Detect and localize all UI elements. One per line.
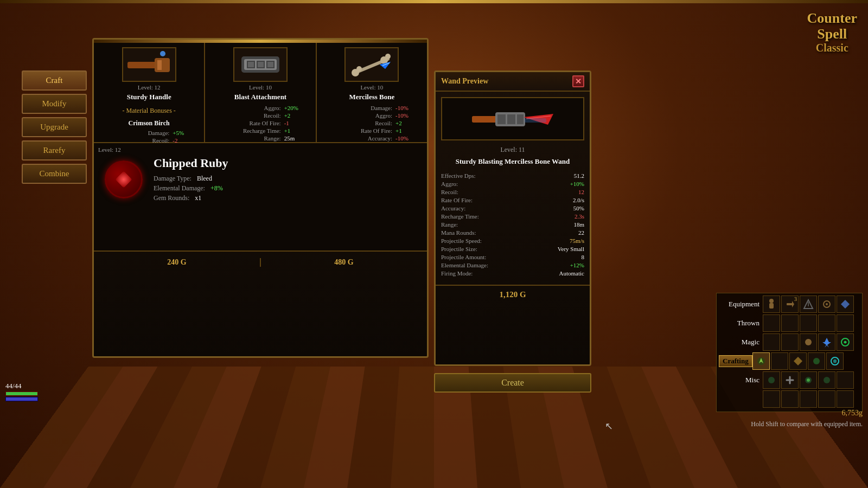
gem-details: Chipped Ruby Damage Type: Bleed Elementa… <box>154 156 228 202</box>
svg-point-41 <box>805 339 812 345</box>
thrown-row: Thrown <box>719 314 860 332</box>
svg-rect-14 <box>267 62 273 67</box>
eq-slot[interactable] <box>800 371 817 389</box>
slot-icon <box>840 337 851 348</box>
eq-slot[interactable] <box>800 333 817 351</box>
slot-icon <box>811 356 822 367</box>
eq-slot[interactable] <box>800 296 817 313</box>
svg-rect-27 <box>507 114 515 124</box>
eq-slot[interactable] <box>818 390 835 408</box>
slot-icon <box>803 337 814 348</box>
eq-slot[interactable] <box>800 390 817 408</box>
eq-slot[interactable] <box>781 314 799 332</box>
stat-row: Recharge Time: +1 <box>209 127 311 134</box>
eq-slot[interactable] <box>781 371 799 389</box>
svg-point-48 <box>768 377 775 383</box>
eq-slot[interactable] <box>837 333 854 351</box>
ingredients-row: Level: 12 Sturdy Handle - Material Bonus… <box>94 43 427 143</box>
panel-inner: Level: 12 Sturdy Handle - Material Bonus… <box>94 43 427 359</box>
slot-icon <box>766 375 777 386</box>
eq-slot[interactable] <box>818 296 835 313</box>
eq-slot[interactable] <box>763 390 780 408</box>
create-button[interactable]: Create <box>434 373 591 393</box>
mana-fill <box>6 397 37 401</box>
gem-level: Level: 12 <box>94 143 427 156</box>
bone-level: Level: 10 <box>360 84 383 91</box>
eq-slot[interactable] <box>781 390 799 408</box>
sidebar-btn-upgrade[interactable]: Upgrade <box>22 117 87 137</box>
hp-fill <box>6 392 37 395</box>
wand-stat-row: Elemental Damage: +12% <box>441 262 584 268</box>
eq-slot[interactable] <box>763 371 780 389</box>
eq-slot[interactable] <box>763 333 780 351</box>
wand-stat-row: Projectile Amount: 8 <box>441 254 584 260</box>
svg-rect-12 <box>248 62 254 67</box>
eq-slot[interactable] <box>818 314 835 332</box>
equipment-panel: Equipment 3 Thrown <box>716 293 863 412</box>
wand-stat-row: Aggro: +10% <box>441 181 584 187</box>
eq-slot[interactable] <box>837 296 854 313</box>
bone-name: Merciless Bone <box>349 93 394 101</box>
wand-image-container <box>441 97 584 140</box>
hp-display: 44/44 <box>5 382 38 401</box>
handle-image <box>122 47 176 82</box>
svg-rect-13 <box>258 62 264 67</box>
magic-row: Magic <box>719 333 860 351</box>
misc-row: Misc <box>719 371 860 389</box>
eq-slot[interactable] <box>808 352 825 370</box>
slot-icon <box>784 299 795 310</box>
empty-slots <box>763 390 854 408</box>
eq-slot[interactable] <box>837 371 854 389</box>
crafting-slots <box>752 352 844 370</box>
wand-stat-row: Range: 18m <box>441 221 584 228</box>
svg-point-17 <box>356 66 362 72</box>
sidebar-btn-rarefy[interactable]: Rarefy <box>22 140 87 160</box>
eq-slot[interactable] <box>818 371 835 389</box>
handle-material1: Crimson Birch <box>129 119 170 127</box>
ingredient-slot-handle[interactable]: Level: 12 Sturdy Handle - Material Bonus… <box>94 43 205 142</box>
gem-price-bottom: 480 G <box>261 258 427 267</box>
wand-panel-header: Wand Preview ✕ <box>436 72 590 92</box>
eq-slot[interactable] <box>781 333 799 351</box>
equipment-label: Equipment <box>719 300 760 309</box>
blast-name: Blast Attachment <box>234 93 286 101</box>
slot-icon <box>840 299 851 310</box>
gem-image <box>105 160 143 198</box>
slot-icon <box>821 375 832 386</box>
handle-price-bottom: 240 G <box>94 258 261 267</box>
eq-slot[interactable] <box>763 314 780 332</box>
stat-row: Damage Type: Bleed <box>154 175 228 183</box>
handle-level: Level: 12 <box>138 84 161 91</box>
gold-display: 6,753g <box>842 409 863 418</box>
wand-stat-row: Projectile Speed: 75m/s <box>441 237 584 244</box>
slot-icon <box>803 299 814 310</box>
eq-slot[interactable] <box>800 314 817 332</box>
wand-level: Level: 11 <box>436 146 590 154</box>
svg-marker-40 <box>841 300 850 309</box>
bone-svg <box>347 48 396 81</box>
eq-slot[interactable] <box>826 352 844 370</box>
eq-slot[interactable]: 3 <box>781 296 799 313</box>
wand-stat-row: Recoil: 12 <box>441 189 584 195</box>
eq-slot[interactable] <box>752 352 770 370</box>
eq-slot[interactable] <box>818 333 835 351</box>
sidebar-btn-craft[interactable]: Craft <box>22 70 87 91</box>
eq-slot[interactable] <box>837 390 854 408</box>
handle-svg <box>125 48 174 81</box>
sidebar-btn-modify[interactable]: Modify <box>22 94 87 114</box>
wand-stat-row: Recharge Time: 2.3s <box>441 213 584 220</box>
stat-row: Recoil: +2 <box>321 120 423 126</box>
svg-marker-42 <box>822 338 831 348</box>
eq-slot[interactable] <box>763 296 780 313</box>
eq-slot[interactable] <box>789 352 807 370</box>
sidebar-btn-combine[interactable]: Combine <box>22 164 87 184</box>
svg-rect-28 <box>517 114 524 124</box>
ingredient-slot-bone[interactable]: Level: 10 Merciless Bone Damage: -10% Ag… <box>317 43 427 142</box>
eq-slot[interactable] <box>837 314 854 332</box>
logo-line2: Spell <box>807 27 857 42</box>
handle-mat1-stats: Damage: +5% Recoil: -2 <box>98 130 200 145</box>
ingredient-slot-blast[interactable]: Level: 10 Blast Attachment Aggro: +20% R… <box>205 43 316 142</box>
wand-preview-svg <box>469 104 556 134</box>
eq-slot[interactable] <box>771 352 788 370</box>
close-wand-preview-button[interactable]: ✕ <box>572 75 584 87</box>
